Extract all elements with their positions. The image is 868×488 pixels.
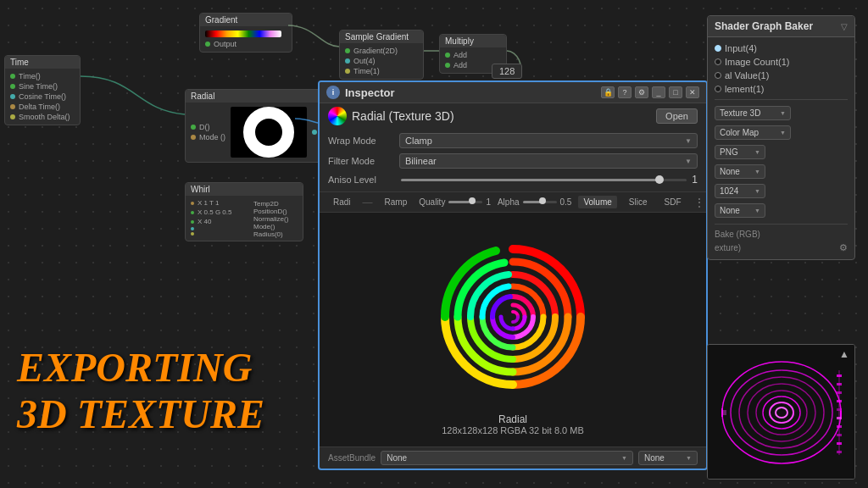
- minimize-btn[interactable]: _: [652, 86, 665, 98]
- toolbar-row: Radi — Ramp Quality 1 Alpha 0.5 Volume S…: [320, 191, 706, 213]
- wrap-mode-select[interactable]: Clamp: [399, 133, 698, 148]
- baker-format-row: PNG: [715, 143, 848, 161]
- radial-port-in1: D(): [191, 122, 225, 132]
- gradient-node-title: Gradient: [200, 14, 292, 26]
- baker-item-alvalue-label: al Value(1): [725, 70, 769, 80]
- quality-group: Quality 1: [419, 197, 491, 207]
- ramp-tab[interactable]: Ramp: [380, 196, 413, 208]
- export-line2: 3D Texture: [17, 391, 264, 437]
- whirl-port1: X 1 T 1: [191, 198, 250, 208]
- baker-collapse-arrow[interactable]: ▽: [841, 22, 848, 31]
- baker-bake-label-row: Bake (RGB): [715, 229, 848, 240]
- asset-name: Radial (Texture 3D): [352, 109, 454, 123]
- svg-rect-19: [837, 391, 842, 394]
- aniso-label: Aniso Level: [328, 175, 396, 185]
- svg-rect-23: [837, 425, 842, 428]
- export-text: Exporting 3D Texture: [17, 344, 264, 437]
- svg-rect-24: [837, 434, 842, 436]
- filter-mode-select[interactable]: Bilinear: [399, 153, 698, 169]
- inspector-properties: Wrap Mode Clamp Filter Mode Bilinear Ani…: [320, 127, 706, 191]
- baker-item-imagecount[interactable]: Image Count(1): [715, 56, 848, 68]
- svg-rect-26: [837, 451, 842, 453]
- baker-item-element-label: lement(1): [725, 84, 764, 94]
- baker-none1-select[interactable]: None: [715, 164, 765, 179]
- baker-radio-imagecount[interactable]: [715, 58, 721, 65]
- baker-format-select[interactable]: PNG: [715, 145, 765, 159]
- baker-item-element[interactable]: lement(1): [715, 83, 848, 95]
- baker-panel[interactable]: Shader Graph Baker ▽ Input(4) Image Coun…: [707, 15, 855, 260]
- aniso-slider[interactable]: [401, 179, 687, 181]
- alpha-value: 0.5: [560, 197, 572, 207]
- gradient-node[interactable]: Gradient Output: [199, 13, 292, 53]
- settings-btn[interactable]: ⚙: [635, 86, 648, 98]
- radi-tab[interactable]: Radi: [328, 196, 356, 208]
- baker-resolution-row: 1024: [715, 182, 848, 200]
- baker-none1-row: None: [715, 163, 848, 180]
- multiply-node-title: Multiply: [440, 35, 506, 47]
- quality-label: Quality: [419, 197, 445, 207]
- time-port-3: Cosine Time(): [10, 92, 75, 102]
- time-port-5: Smooth Delta(): [10, 112, 75, 122]
- baker-radio-input[interactable]: [715, 45, 721, 52]
- filter-mode-label: Filter Mode: [328, 156, 396, 166]
- svg-rect-25: [837, 442, 842, 445]
- baker-colormap-select[interactable]: Color Map: [715, 125, 791, 140]
- time-node[interactable]: Time Time() Sine Time() Cosine Time() De…: [4, 55, 81, 125]
- whirl-out2: PositionD(): [253, 208, 288, 215]
- sample-gradient-port1: Gradient(2D): [345, 46, 418, 56]
- alpha-group: Alpha 0.5: [498, 197, 571, 207]
- whirl-port2: X 0.5 G 0.5: [191, 208, 250, 217]
- baker-radio-alvalue[interactable]: [715, 72, 721, 79]
- baker-item-input[interactable]: Input(4): [715, 42, 848, 54]
- volume-tab[interactable]: Volume: [578, 196, 616, 208]
- baker-texture-type-row: Texture 3D: [715, 104, 848, 122]
- baker-resolution-select[interactable]: 1024: [715, 184, 765, 198]
- alpha-slider[interactable]: [523, 201, 557, 203]
- quality-value: 1: [486, 197, 491, 207]
- whirl-port5: [191, 231, 250, 236]
- export-line1: Exporting: [17, 344, 264, 391]
- sample-gradient-node[interactable]: Sample Gradient Gradient(2D) Out(4) Time…: [339, 30, 424, 80]
- baker-item-imagecount-label: Image Count(1): [725, 57, 789, 67]
- baker-bake-label: Bake (RGB): [715, 230, 760, 239]
- multiply-port1: Add: [445, 50, 501, 60]
- svg-rect-17: [837, 374, 842, 377]
- svg-rect-20: [837, 400, 842, 402]
- inspector-footer: AssetBundle None None: [320, 446, 706, 469]
- sdf-tab[interactable]: SDF: [659, 196, 686, 208]
- baker-header: Shader Graph Baker ▽: [708, 16, 854, 37]
- alpha-label: Alpha: [498, 197, 520, 207]
- whirl-out3: Normalize(): [253, 215, 288, 223]
- number-badge: 128: [492, 64, 522, 79]
- baker-preview: ▲: [707, 344, 855, 480]
- baker-settings-icon[interactable]: ⚙: [839, 242, 848, 253]
- filter-mode-row: Filter Mode Bilinear: [328, 151, 698, 171]
- sample-gradient-title: Sample Gradient: [340, 30, 423, 43]
- gradient-bar: [205, 30, 281, 37]
- baker-preview-scroll[interactable]: ▲: [839, 348, 849, 360]
- open-button[interactable]: Open: [656, 108, 698, 124]
- baker-none2-select[interactable]: None: [715, 203, 765, 218]
- maximize-btn[interactable]: □: [669, 86, 682, 98]
- baker-radio-element[interactable]: [715, 86, 721, 92]
- whirl-node-title: Whirl: [186, 183, 303, 196]
- slice-tab[interactable]: Slice: [624, 196, 653, 208]
- baker-item-alvalue[interactable]: al Value(1): [715, 69, 848, 81]
- baker-divider-2: [715, 224, 848, 225]
- close-btn[interactable]: ✕: [686, 86, 699, 98]
- lock-btn[interactable]: 🔒: [601, 86, 615, 98]
- svg-rect-22: [837, 417, 842, 419]
- assetbundle-select2[interactable]: None: [638, 451, 698, 465]
- baker-item-input-label: Input(4): [725, 43, 757, 53]
- whirl-node[interactable]: Whirl X 1 T 1 X 0.5 G 0.5 X 40: [185, 182, 303, 241]
- spiral-visualization: [420, 224, 606, 410]
- help-btn[interactable]: ?: [618, 86, 632, 98]
- assetbundle-select[interactable]: None: [381, 451, 633, 465]
- inspector-panel[interactable]: i Inspector 🔒 ? ⚙ _ □ ✕ Radial (Texture …: [318, 80, 708, 470]
- baker-none2-row: None: [715, 202, 848, 219]
- wrap-mode-label: Wrap Mode: [328, 136, 396, 146]
- baker-title: Shader Graph Baker: [715, 20, 813, 32]
- quality-slider[interactable]: [448, 201, 482, 203]
- baker-texture-type-select[interactable]: Texture 3D: [715, 106, 791, 120]
- sample-gradient-port2: Out(4): [345, 56, 418, 66]
